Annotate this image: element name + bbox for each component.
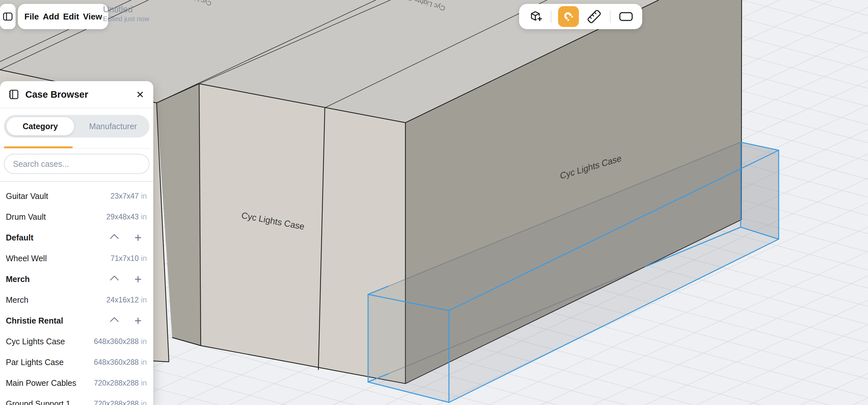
search-input[interactable] [4, 154, 149, 174]
tab-manufacturer[interactable]: Manufacturer [79, 117, 147, 135]
tabs-section: Category Manufacturer [0, 108, 153, 148]
frame-view-button[interactable] [617, 6, 635, 27]
collapse-chevron-icon[interactable] [110, 317, 119, 326]
add-to-group-button[interactable]: + [134, 233, 142, 242]
menu-view[interactable]: View [81, 10, 104, 24]
magnet-snap-icon [561, 9, 576, 24]
toolbar [519, 4, 642, 29]
close-icon[interactable]: ✕ [133, 88, 147, 102]
document-title[interactable]: Untitled [103, 4, 149, 14]
tab-category[interactable]: Category [6, 117, 74, 135]
search-section [0, 148, 153, 182]
panel-title: Case Browser [25, 89, 133, 100]
menu-bar: File Add Edit View [18, 4, 108, 29]
add-case-cube-icon [528, 9, 543, 24]
document-status: Edited just now [103, 14, 149, 23]
case-row-cyc-lights-case[interactable]: Cyc Lights Case 648x360x288in [0, 331, 153, 352]
measure-button[interactable] [585, 6, 603, 27]
snap-magnet-button[interactable] [558, 6, 579, 27]
group-row-christie-rental: Christie Rental + [0, 310, 153, 331]
add-to-group-button[interactable]: + [134, 274, 142, 284]
case-row-par-lights-case[interactable]: Par Lights Case 648x360x288in [0, 352, 153, 373]
case-browser-panel: Case Browser ✕ Category Manufacturer Gui… [0, 81, 153, 405]
add-case-button[interactable] [526, 6, 545, 27]
add-to-group-button[interactable]: + [134, 316, 142, 326]
menu-edit[interactable]: Edit [61, 10, 81, 24]
toolbar-separator [551, 10, 552, 23]
case-row-merch[interactable]: Merch 24x16x12in [0, 290, 153, 310]
case-list: Guitar Vault 23x7x47in Drum Vault 29x48x… [0, 182, 153, 405]
sidebar-toggle-button[interactable] [0, 4, 16, 29]
ruler-icon [586, 9, 602, 24]
case-row-ground-support-1[interactable]: Ground Support 1 720x288x288in [0, 393, 153, 405]
menu-file[interactable]: File [23, 10, 41, 24]
group-row-default: Default + [0, 227, 153, 248]
frame-icon [619, 9, 633, 24]
menu-add[interactable]: Add [41, 10, 61, 24]
collapse-chevron-icon[interactable] [110, 275, 119, 284]
tab-active-indicator [4, 146, 73, 148]
case-row-drum-vault[interactable]: Drum Vault 29x48x43in [0, 206, 153, 227]
panel-header: Case Browser ✕ [0, 81, 153, 108]
panel-layout-icon [2, 11, 13, 22]
document-meta: Untitled Edited just now [103, 4, 149, 23]
case-browser-icon [8, 89, 19, 100]
toolbar-separator [610, 10, 611, 23]
ghost-right-face [741, 142, 779, 239]
case-row-main-power-cables[interactable]: Main Power Cables 720x288x288in [0, 373, 153, 393]
tab-underline-track [4, 143, 149, 148]
group-row-merch: Merch + [0, 269, 153, 290]
case-row-wheel-well[interactable]: Wheel Well 71x7x10in [0, 248, 153, 269]
tab-switcher: Category Manufacturer [4, 115, 149, 138]
case-row-guitar-vault[interactable]: Guitar Vault 23x7x47in [0, 185, 153, 206]
collapse-chevron-icon[interactable] [110, 234, 119, 243]
